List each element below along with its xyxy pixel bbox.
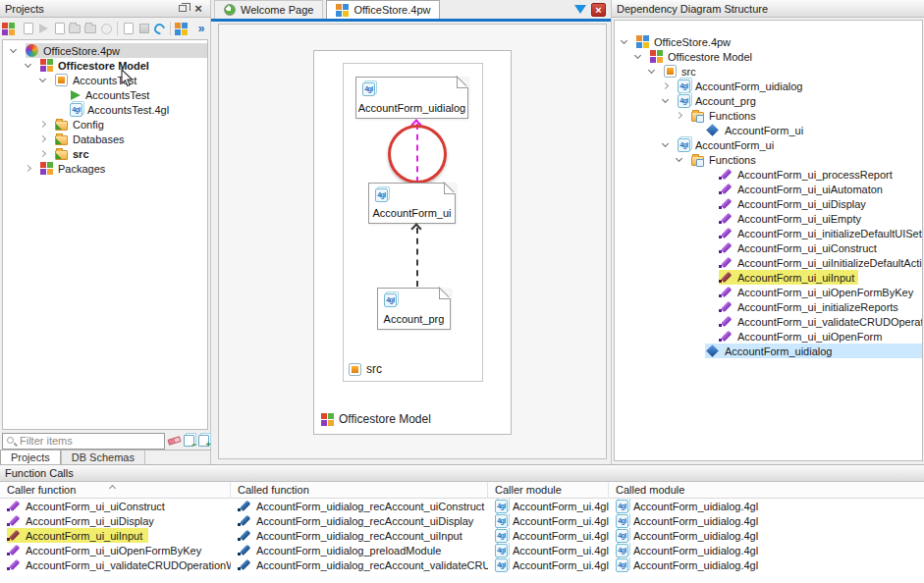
new-file-button[interactable] (123, 21, 135, 36)
tab-projects[interactable]: Projects (0, 450, 61, 465)
function-call-row[interactable]: AccountForm_ui_uiOpenFormByKey AccountFo… (0, 543, 924, 557)
chevron-expanded-icon[interactable] (648, 67, 655, 74)
tree-item-databases[interactable]: Databases (3, 132, 207, 146)
red-circle-annotation (388, 125, 447, 184)
tab-officestore-4pw[interactable]: OfficeStore.4pw (326, 0, 440, 19)
tree-item-accountstest-run[interactable]: AccountsTest (3, 87, 207, 102)
tree-item[interactable]: Officestore Model (615, 49, 922, 64)
collapse-all-button[interactable] (184, 433, 195, 449)
tree-item-label: AccountForm_ui (695, 139, 774, 151)
diagram-node-accountform-uidialog[interactable]: AccountForm_uidialog (355, 77, 468, 119)
close-panel-button[interactable] (191, 2, 205, 15)
chevron-collapsed-icon[interactable] (676, 112, 682, 119)
tree-item[interactable]: Functions (615, 152, 922, 167)
chevron-expanded-icon[interactable] (621, 37, 627, 44)
projects-panel-title: Projects (5, 3, 44, 15)
chevron-expanded-icon[interactable] (25, 61, 31, 68)
sync-button[interactable] (154, 21, 166, 36)
tree-item[interactable]: AccountForm_ui_uiInitializeDefaultAction… (615, 255, 922, 270)
tree-item[interactable]: AccountForm_ui_uiEmpty (615, 211, 922, 226)
tree-item[interactable]: AccountForm_ui_uiOpenFormByKey (615, 285, 922, 299)
toolbar-overflow-button[interactable] (195, 21, 207, 36)
tree-item-uidialog-selected[interactable]: AccountForm_uidialog (615, 344, 922, 358)
4gl-file-icon (375, 188, 388, 202)
tree-item-officestore-model[interactable]: Officestore Model (3, 58, 207, 73)
column-header-called-function[interactable]: Called function (231, 482, 488, 499)
open-button[interactable] (69, 21, 81, 36)
tab-list-dropdown-icon[interactable] (574, 5, 586, 14)
dependency-diagram-canvas[interactable]: AccountForm_uidialog AccountForm_ui Acco… (218, 24, 607, 459)
package-button[interactable] (138, 21, 150, 36)
build-button[interactable] (100, 21, 112, 36)
tab-db-schemas[interactable]: DB Schemas (61, 450, 145, 465)
tree-item[interactable]: AccountForm_ui_processReport (615, 167, 922, 182)
functions-folder-icon (691, 112, 704, 122)
tree-item-config[interactable]: Config (3, 117, 207, 132)
tree-item-label: AccountsTest (85, 89, 149, 101)
dependency-edge-black[interactable] (416, 228, 418, 287)
chevron-collapsed-icon[interactable] (39, 135, 46, 142)
column-header-caller-module[interactable]: Caller module (488, 482, 609, 499)
4gl-file-icon (616, 500, 628, 513)
chevron-collapsed-icon[interactable] (39, 150, 46, 157)
chevron-collapsed-icon[interactable] (662, 82, 669, 89)
tree-item-src[interactable]: src (3, 146, 207, 161)
tree-item[interactable]: AccountForm_ui_uiDisplay (615, 196, 922, 211)
import-button[interactable] (84, 21, 96, 36)
tree-item[interactable]: AccountForm_ui_initializeReports (615, 299, 922, 314)
expand-all-button[interactable] (198, 433, 210, 449)
function-call-row[interactable]: AccountForm_ui_uiDisplay AccountForm_uid… (0, 513, 924, 528)
tree-item[interactable]: src (615, 64, 922, 79)
clear-filter-button[interactable] (168, 433, 181, 449)
tree-item[interactable]: AccountForm_uidialog (615, 79, 922, 93)
diagram-node-accountform-ui[interactable]: AccountForm_ui (368, 183, 456, 224)
tree-item-officestore-4pw[interactable]: OfficeStore.4pw (3, 43, 207, 58)
diagram-button[interactable] (176, 21, 191, 36)
filter-input[interactable] (2, 433, 165, 450)
4gl-file-icon (495, 500, 508, 513)
tree-item[interactable]: Functions (615, 108, 922, 123)
function-call-row-highlighted[interactable]: AccountForm_ui_uiInput AccountForm_uidia… (0, 528, 924, 543)
function-call-row[interactable]: AccountForm_ui_validateCRUDOperationWrap… (0, 557, 924, 572)
4gl-file-icon (616, 544, 628, 557)
editor-area: Welcome Page OfficeStore.4pw AccountForm… (211, 0, 611, 464)
chevron-expanded-icon[interactable] (662, 140, 669, 147)
tree-item-label: AccountForm_ui_processReport (737, 169, 893, 181)
chevron-expanded-icon[interactable] (10, 46, 17, 53)
save-button[interactable] (23, 21, 34, 36)
tree-item[interactable]: OfficeStore.4pw (615, 34, 922, 49)
close-tab-button[interactable] (591, 3, 606, 17)
tree-item-label: AccountForm_ui_uiInitializeDefaultAction… (737, 257, 923, 269)
float-panel-button[interactable] (176, 2, 190, 15)
tree-item[interactable]: AccountForm_ui_uiAutomaton (615, 182, 922, 196)
chevron-expanded-icon[interactable] (662, 96, 669, 103)
column-header-called-module[interactable]: Called module (609, 482, 924, 499)
tree-item-label: Databases (73, 133, 125, 145)
column-header-caller-function[interactable]: Caller function (0, 482, 231, 499)
stop-button[interactable] (54, 21, 66, 36)
chevron-expanded-icon[interactable] (634, 52, 641, 59)
tree-item[interactable]: AccountForm_ui_uiOpenForm (615, 329, 922, 344)
diagram-node-account-prg[interactable]: Account_prg (377, 288, 451, 330)
tab-welcome-page[interactable]: Welcome Page (214, 0, 323, 19)
tree-item[interactable]: AccountForm_ui (615, 137, 922, 152)
tree-item[interactable]: AccountForm_ui_uiConstruct (615, 240, 922, 255)
function-call-row[interactable]: AccountForm_ui_uiConstruct AccountForm_u… (0, 499, 924, 513)
4gl-file-icon (495, 529, 508, 543)
tree-item-accountstest-4gl[interactable]: AccountsTest.4gl (3, 102, 207, 117)
tree-item[interactable]: AccountForm_ui (615, 123, 922, 137)
chevron-placeholder (704, 304, 709, 309)
new-project-button[interactable] (3, 21, 19, 36)
tree-item[interactable]: AccountForm_ui_initializeDefaultUISettin… (615, 226, 922, 240)
tree-item-packages[interactable]: Packages (3, 161, 207, 176)
tree-item[interactable]: Account_prg (615, 93, 922, 108)
tree-item[interactable]: AccountForm_ui_validateCRUDOperationWrap… (615, 314, 922, 329)
chevron-expanded-icon[interactable] (676, 155, 682, 162)
chevron-expanded-icon[interactable] (39, 76, 46, 82)
run-button[interactable] (38, 21, 50, 36)
function-icon (719, 227, 733, 239)
chevron-collapsed-icon[interactable] (39, 121, 46, 128)
chevron-collapsed-icon[interactable] (25, 165, 31, 172)
tree-item-uiinput[interactable]: AccountForm_ui_uiInput (615, 270, 922, 285)
tree-item-accountstest[interactable]: AccountsTest (3, 73, 207, 87)
